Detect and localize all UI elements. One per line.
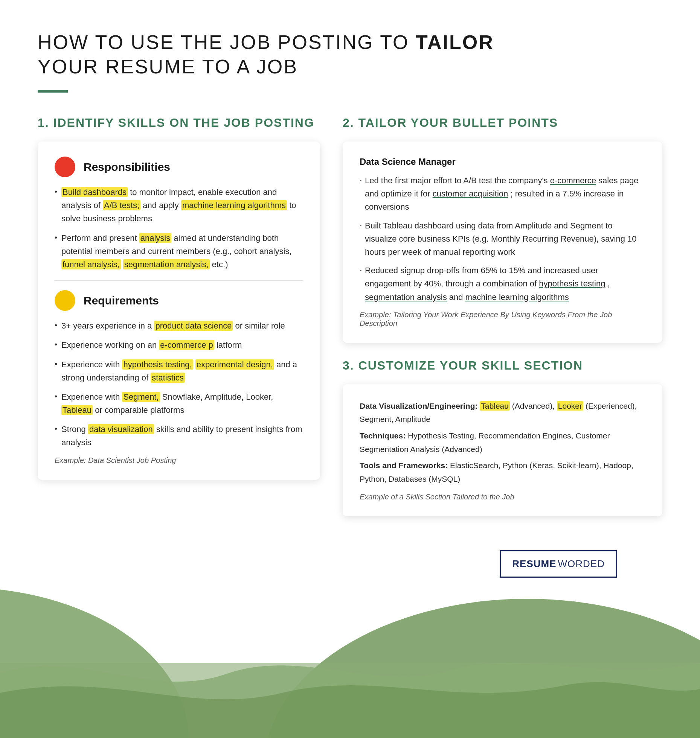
page-wrapper: HOW TO USE THE JOB POSTING TO TAILOR YOU…: [0, 0, 700, 738]
underline-ecommerce: e-commerce: [550, 176, 596, 185]
highlight-segment: Segment,: [122, 392, 160, 402]
requirements-list: 3+ years experience in a product data sc…: [55, 319, 303, 449]
badge-resume: RESUME: [512, 558, 556, 570]
section2-title: 2. TAILOR YOUR BULLET POINTS: [343, 115, 662, 130]
requirements-label: Requirements: [84, 294, 159, 307]
skill-cat-3: Tools and Frameworks:: [360, 461, 448, 470]
responsibilities-label: Responsibilities: [84, 161, 170, 173]
content-area: HOW TO USE THE JOB POSTING TO TAILOR YOU…: [0, 0, 700, 608]
highlight-tableau: Tableau: [61, 405, 93, 415]
highlight-data-viz: data visualization: [88, 424, 154, 434]
col-left: 1. IDENTIFY SKILLS ON THE JOB POSTING Re…: [38, 115, 320, 491]
highlight-analysis: analysis: [139, 233, 171, 243]
highlight-tableau-skill: Tableau: [480, 401, 510, 411]
list-item: Built Tableau dashboard using data from …: [360, 219, 645, 259]
badge-container: RESUME WORDED: [38, 528, 662, 608]
highlight-ml-algorithms: machine learning algorithms: [181, 200, 287, 210]
highlight-ecommerce: e-commerce p: [159, 340, 214, 350]
bullet-points-list: Led the first major effort to A/B test t…: [360, 174, 645, 304]
example-text-1: Example: Data Scientist Job Posting: [55, 456, 303, 465]
responsibilities-card: Responsibilities Build dashboards to mon…: [38, 142, 320, 480]
highlight-experimental: experimental design,: [195, 359, 274, 370]
col-right: 2. TAILOR YOUR BULLET POINTS Data Scienc…: [343, 115, 662, 528]
list-item: Reduced signup drop-offs from 65% to 15%…: [360, 264, 645, 304]
list-item: Led the first major effort to A/B test t…: [360, 174, 645, 214]
underline-customer-acq: customer acquisition: [433, 189, 508, 198]
yellow-circle-icon: [55, 290, 75, 311]
underline-ml-algorithms: machine learning algorithms: [465, 292, 569, 302]
bullet-points-card: Data Science Manager Led the first major…: [343, 142, 662, 343]
section1-title: 1. IDENTIFY SKILLS ON THE JOB POSTING: [38, 115, 320, 130]
highlight-product-data-science: product data science: [154, 321, 233, 331]
skills-card: Data Visualization/Engineering: Tableau …: [343, 384, 662, 516]
list-item: Strong data visualization skills and abi…: [55, 423, 303, 449]
highlight-ab-tests: A/B tests;: [103, 200, 140, 210]
underline-segmentation: segmentation analysis: [365, 292, 447, 302]
divider: [55, 280, 303, 281]
list-item: Experience with Segment, Snowflake, Ampl…: [55, 390, 303, 417]
responsibilities-list: Build dashboards to monitor impact, enab…: [55, 186, 303, 271]
list-item: Experience working on an e-commerce p la…: [55, 338, 303, 352]
skill-cat-2: Techniques:: [360, 431, 406, 440]
example-text-3: Example of a Skills Section Tailored to …: [360, 493, 645, 501]
list-item: Build dashboards to monitor impact, enab…: [55, 186, 303, 225]
highlight-looker-skill: Looker: [557, 401, 583, 411]
skills-line-2: Techniques: Hypothesis Testing, Recommen…: [360, 429, 645, 456]
highlight-statistics: statistics: [151, 373, 185, 383]
red-circle-icon: [55, 157, 75, 177]
skill-cat-1: Data Visualization/Engineering:: [360, 402, 478, 410]
example-text-2: Example: Tailoring Your Work Experience …: [360, 310, 645, 328]
highlight-hypothesis: hypothesis testing,: [122, 359, 193, 370]
two-col-layout: 1. IDENTIFY SKILLS ON THE JOB POSTING Re…: [38, 115, 662, 528]
list-item: Experience with hypothesis testing, expe…: [55, 358, 303, 384]
card-job-title: Data Science Manager: [360, 157, 645, 167]
responsibilities-header: Responsibilities: [55, 157, 303, 177]
list-item: 3+ years experience in a product data sc…: [55, 319, 303, 332]
skills-line-1: Data Visualization/Engineering: Tableau …: [360, 399, 645, 426]
highlight-segmentation: segmentation analysis,: [123, 259, 210, 269]
title-underline: [38, 90, 68, 93]
list-item: Perform and present analysis aimed at un…: [55, 231, 303, 271]
skills-block: Data Visualization/Engineering: Tableau …: [360, 399, 645, 486]
badge-worded: WORDED: [558, 558, 605, 570]
resume-worded-badge: RESUME WORDED: [500, 550, 617, 578]
highlight-funnel: funnel analysis,: [61, 259, 121, 269]
skills-line-3: Tools and Frameworks: ElasticSearch, Pyt…: [360, 459, 645, 485]
section3-container: 3. CUSTOMIZE YOUR SKILL SECTION Data Vis…: [343, 358, 662, 516]
requirements-header: Requirements: [55, 290, 303, 311]
highlight-build-dashboards: Build dashboards: [61, 187, 128, 197]
section3-title: 3. CUSTOMIZE YOUR SKILL SECTION: [343, 358, 662, 373]
main-title: HOW TO USE THE JOB POSTING TO TAILOR YOU…: [38, 30, 662, 79]
underline-hypothesis-testing: hypothesis testing: [539, 279, 605, 288]
